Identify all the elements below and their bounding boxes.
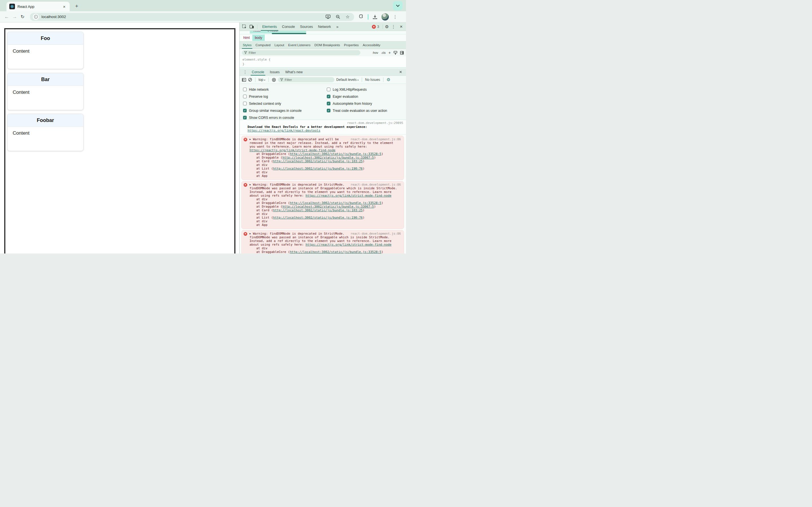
expand-triangle-icon[interactable]: ▶ [250,183,253,186]
tab-search-button[interactable] [393,1,403,10]
toggle-classes[interactable]: .cls [381,51,386,54]
zoom-out-icon[interactable] [336,15,340,19]
tab-network[interactable]: Network [315,22,334,31]
checkbox-checked[interactable]: ✓ [243,109,247,112]
console-setting[interactable]: ✓Treat code evaluation as user action [327,107,387,114]
dock-sidebar-icon[interactable] [400,51,404,55]
dom-tree-clipped-row[interactable]: head </head> [240,31,406,34]
checkbox[interactable] [243,102,247,105]
more-tabs-icon[interactable]: » [335,24,340,29]
tab-sources[interactable]: Sources [297,22,315,31]
new-style-rule-button[interactable]: + [389,50,391,55]
element-style-block[interactable]: element.style { } [240,56,406,68]
source-location-link[interactable]: react-dom.development.js:29895 [248,121,403,125]
card-header[interactable]: Foobar [8,114,83,127]
rendering-icon[interactable] [394,51,397,55]
styles-tab-properties[interactable]: Properties [342,41,361,49]
live-expression-eye-icon[interactable] [272,78,276,82]
checkbox-checked[interactable]: ✓ [327,102,331,105]
console-info-message[interactable]: react-dom.development.js:29895Download t… [240,120,406,135]
console-warning[interactable]: ✕react-dom.development.js:86▶Warning: fi… [241,230,404,253]
browser-menu-icon[interactable]: ⋮ [393,14,397,19]
downloads-icon[interactable] [373,15,377,19]
expand-triangle-icon[interactable]: ▶ [250,137,253,141]
stack-link[interactable]: http://localhost:3002/static/js/bundle.j… [283,205,374,209]
new-tab-button[interactable]: + [73,2,81,10]
drawer-menu-icon[interactable]: ⋮ [242,69,248,75]
device-toolbar-icon[interactable] [249,24,255,30]
message-link[interactable]: https://reactjs.org/link/react-devtools [248,129,320,132]
stack-link[interactable]: http://localhost:3002/static/js/bundle.j… [290,152,382,156]
styles-tab-accessibility[interactable]: Accessibility [361,41,382,49]
styles-tab-styles[interactable]: Styles [241,41,253,49]
url-text[interactable]: localhost:3002 [42,15,326,19]
console-setting[interactable]: Log XMLHttpRequests [327,86,387,93]
tab-console[interactable]: Console [280,22,297,31]
stack-link[interactable]: http://localhost:3002/static/js/bundle.j… [273,159,363,163]
site-info-icon[interactable]: i [33,14,39,20]
devtools-menu-icon[interactable]: ⋮ [390,24,397,29]
forward-button[interactable]: → [11,13,18,21]
console-setting[interactable]: Preserve log [243,93,302,100]
bookmark-star-icon[interactable]: ☆ [346,15,350,19]
context-selector[interactable]: top▾ [259,78,265,82]
checkbox-checked[interactable]: ✓ [327,95,331,98]
inspect-element-icon[interactable] [241,24,248,30]
stack-link[interactable]: http://localhost:3002/static/js/bundle.j… [290,250,382,253]
draggable-card[interactable]: FoobarContent [7,114,84,151]
stack-link[interactable]: http://localhost:3002/static/js/bundle.j… [290,201,382,205]
drawer-close-icon[interactable]: × [398,69,404,75]
message-link[interactable]: https://reactjs.org/link/strict-mode-fin… [306,194,392,198]
clear-console-icon[interactable] [248,78,252,82]
source-location-link[interactable]: react-dom.development.js:86 [350,137,401,141]
checkbox-checked[interactable]: ✓ [243,116,247,119]
checkbox[interactable] [243,95,247,98]
styles-tab-computed[interactable]: Computed [253,41,272,49]
styles-tab-layout[interactable]: Layout [272,41,286,49]
devtools-settings-icon[interactable]: ⚙ [385,24,389,29]
drawer-tab-what-s-new[interactable]: What's new [283,69,306,75]
console-warning[interactable]: ✕react-dom.development.js:86▶Warning: fi… [241,136,404,180]
profile-avatar[interactable] [382,13,389,20]
message-link[interactable]: https://reactjs.org/link/strict-mode-fin… [250,149,336,152]
drawer-tab-issues[interactable]: Issues [267,69,283,75]
reload-button[interactable]: ↻ [18,13,27,21]
card-header[interactable]: Bar [8,73,83,86]
stack-link[interactable]: http://localhost:3002/static/js/bundle.j… [273,209,363,212]
error-count-badge[interactable]: ✕ 3 [372,25,379,29]
styles-filter-input[interactable]: Filter [242,50,360,55]
toggle-hover-state[interactable]: :hov [372,51,378,54]
show-console-sidebar-icon[interactable] [242,78,246,82]
styles-tab-dom-breakpoints[interactable]: DOM Breakpoints [312,41,342,49]
message-link[interactable]: https://reactjs.org/link/strict-mode-fin… [306,243,392,246]
console-setting[interactable]: ✓Group similar messages in console [243,107,302,114]
source-location-link[interactable]: react-dom.development.js:86 [350,232,401,235]
console-setting[interactable]: ✓Autocomplete from history [327,100,387,107]
console-setting[interactable]: ✓Eager evaluation [327,93,387,100]
stack-link[interactable]: http://localhost:3002/static/js/bundle.j… [273,167,363,170]
console-setting[interactable]: Hide network [243,86,302,93]
draggable-card[interactable]: BarContent [7,73,84,110]
extensions-puzzle-icon[interactable] [359,14,363,19]
console-warning[interactable]: ✕react-dom.development.js:86▶Warning: fi… [241,181,404,229]
breadcrumb-html[interactable]: html [241,35,252,41]
card-header[interactable]: Foo [8,32,83,45]
checkbox[interactable] [243,88,247,91]
breadcrumb-body[interactable]: body [252,35,265,41]
devtools-close-icon[interactable]: × [398,24,404,30]
tab-elements[interactable]: Elements [260,22,280,31]
back-button[interactable]: ← [3,13,11,21]
issues-counter[interactable]: No Issues [365,78,380,82]
source-location-link[interactable]: react-dom.development.js:86 [350,183,401,186]
checkbox[interactable] [327,88,331,91]
draggable-card[interactable]: FooContent [7,32,84,69]
styles-tab-event-listeners[interactable]: Event Listeners [286,41,312,49]
checkbox-checked[interactable]: ✓ [327,109,331,112]
browser-tab[interactable]: React App × [6,2,70,11]
install-app-icon[interactable] [326,15,331,19]
console-settings-icon[interactable]: ⚙ [387,77,390,82]
tab-close-icon[interactable]: × [62,4,67,9]
log-levels-dropdown[interactable]: Default levels▾ [336,78,359,82]
stack-link[interactable]: http://localhost:3002/static/js/bundle.j… [273,216,363,219]
console-setting[interactable]: Selected context only [243,100,302,107]
